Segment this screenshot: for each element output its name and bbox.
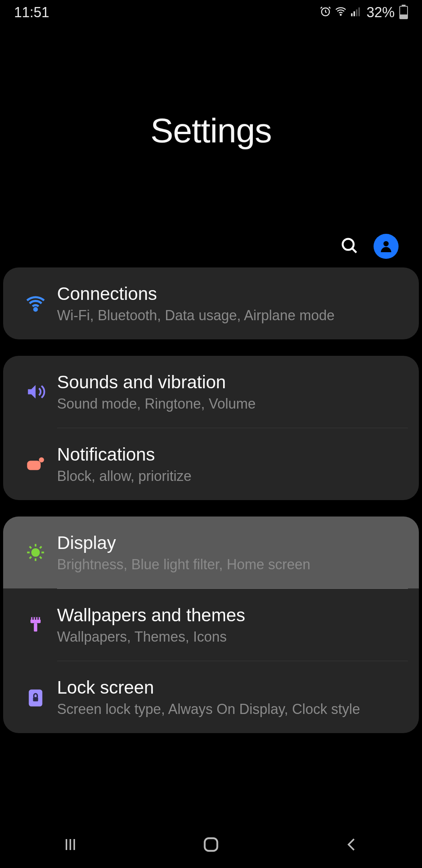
notification-icon [25, 454, 46, 474]
home-icon [202, 836, 220, 854]
item-title: Lock screen [57, 677, 408, 698]
person-icon [378, 239, 394, 254]
brush-icon [25, 615, 46, 635]
settings-group: Sounds and vibration Sound mode, Rington… [3, 356, 419, 500]
wifi-status-icon [334, 4, 347, 21]
settings-group: Connections Wi-Fi, Bluetooth, Data usage… [3, 267, 419, 339]
item-subtitle: Wallpapers, Themes, Icons [57, 629, 408, 645]
svg-point-6 [343, 239, 354, 250]
item-subtitle: Wi-Fi, Bluetooth, Data usage, Airplane m… [57, 307, 408, 324]
list-item-sounds[interactable]: Sounds and vibration Sound mode, Rington… [3, 356, 419, 428]
list-item-notifications[interactable]: Notifications Block, allow, prioritize [3, 428, 419, 500]
status-bar: 11:51 32% [0, 0, 422, 25]
item-title: Notifications [57, 444, 408, 465]
svg-rect-3 [354, 11, 355, 16]
status-right: 32% [320, 4, 408, 21]
svg-line-17 [30, 547, 32, 549]
page-title: Settings [150, 111, 272, 151]
search-button[interactable] [340, 236, 359, 256]
battery-percent: 32% [367, 4, 395, 21]
item-title: Wallpapers and themes [57, 604, 408, 626]
item-subtitle: Screen lock type, Always On Display, Clo… [57, 701, 408, 717]
svg-rect-5 [358, 7, 360, 16]
brightness-icon [25, 542, 46, 563]
item-title: Connections [57, 283, 408, 304]
list-item-lockscreen[interactable]: Lock screen Screen lock type, Always On … [3, 661, 419, 733]
item-subtitle: Brightness, Blue light filter, Home scre… [57, 556, 408, 573]
svg-rect-24 [33, 697, 38, 701]
item-subtitle: Block, allow, prioritize [57, 468, 408, 484]
navigation-bar [0, 821, 422, 868]
svg-point-12 [32, 549, 39, 556]
item-title: Display [57, 532, 408, 553]
header: Settings [0, 25, 422, 236]
signal-icon [350, 4, 362, 21]
svg-point-1 [340, 14, 342, 16]
svg-rect-2 [351, 13, 352, 16]
svg-line-7 [352, 249, 356, 253]
home-button[interactable] [188, 833, 234, 856]
account-button[interactable] [374, 234, 399, 259]
svg-line-20 [40, 547, 42, 549]
svg-point-8 [383, 241, 388, 246]
status-time: 11:51 [14, 4, 49, 21]
list-item-wallpapers[interactable]: Wallpapers and themes Wallpapers, Themes… [3, 589, 419, 661]
wifi-icon [25, 293, 46, 314]
svg-point-11 [39, 457, 44, 463]
svg-rect-28 [205, 838, 217, 851]
svg-point-9 [34, 308, 37, 311]
back-button[interactable] [328, 833, 375, 856]
svg-line-18 [40, 557, 42, 559]
list-item-connections[interactable]: Connections Wi-Fi, Bluetooth, Data usage… [3, 267, 419, 339]
svg-rect-10 [27, 461, 41, 470]
battery-icon [399, 6, 408, 19]
svg-line-19 [30, 557, 32, 559]
svg-rect-4 [356, 9, 358, 16]
toolbar [0, 236, 422, 267]
volume-icon [25, 382, 46, 402]
item-subtitle: Sound mode, Ringtone, Volume [57, 396, 408, 412]
recents-icon [61, 837, 80, 852]
item-title: Sounds and vibration [57, 371, 408, 393]
back-icon [344, 837, 359, 852]
search-icon [340, 236, 359, 255]
list-item-display[interactable]: Display Brightness, Blue light filter, H… [3, 516, 419, 588]
svg-rect-22 [34, 623, 38, 632]
recents-button[interactable] [47, 833, 94, 856]
settings-group: Display Brightness, Blue light filter, H… [3, 516, 419, 733]
settings-list: Connections Wi-Fi, Bluetooth, Data usage… [0, 267, 422, 733]
alarm-icon [320, 4, 331, 21]
lock-icon [25, 687, 46, 707]
